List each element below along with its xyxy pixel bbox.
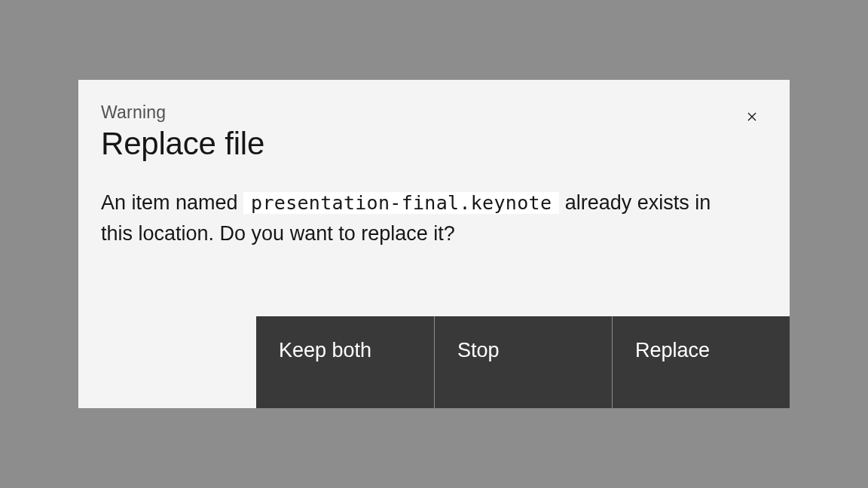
modal-title: Replace file — [101, 126, 767, 162]
close-button[interactable] — [737, 102, 767, 133]
footer-spacer — [78, 316, 256, 408]
svg-marker-0 — [748, 112, 756, 120]
filename-code: presentation-final.keynote — [243, 192, 559, 214]
modal-body: An item named presentation-final.keynote… — [78, 162, 790, 316]
close-icon — [744, 108, 760, 127]
modal-label: Warning — [101, 102, 767, 123]
body-text-prefix: An item named — [101, 191, 243, 214]
modal-header: Warning Replace file — [78, 80, 790, 162]
warning-modal: Warning Replace file An item named prese… — [78, 80, 790, 408]
replace-button[interactable]: Replace — [612, 316, 790, 408]
stop-button[interactable]: Stop — [434, 316, 612, 408]
keep-both-button[interactable]: Keep both — [256, 316, 434, 408]
modal-footer: Keep both Stop Replace — [78, 316, 790, 408]
